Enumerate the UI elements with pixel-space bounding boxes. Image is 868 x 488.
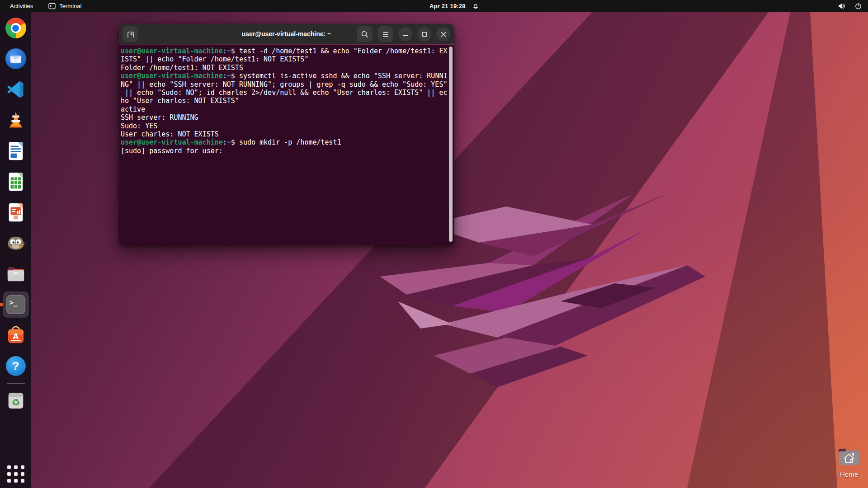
dock-item-ubuntu-software[interactable]: A bbox=[5, 324, 27, 346]
notification-bell-icon bbox=[472, 2, 479, 10]
dock-item-libreoffice-writer[interactable] bbox=[5, 140, 27, 162]
power-icon bbox=[855, 3, 862, 9]
dock-item-vscode[interactable] bbox=[5, 79, 27, 100]
vscode-icon bbox=[5, 79, 26, 100]
dock-item-gimp[interactable] bbox=[5, 232, 27, 254]
dock-item-libreoffice-impress[interactable] bbox=[5, 202, 27, 223]
libreoffice-impress-icon bbox=[5, 202, 26, 223]
dock-item-help[interactable]: ? bbox=[5, 355, 27, 377]
close-icon bbox=[441, 32, 446, 37]
maximize-icon bbox=[422, 32, 427, 37]
top-bar: Activities Terminal Apr 21 19:28 bbox=[0, 0, 868, 12]
close-button[interactable] bbox=[436, 27, 450, 41]
terminal-window: user@user-virtual-machine: ~ bbox=[119, 24, 454, 245]
new-tab-button[interactable] bbox=[123, 26, 138, 42]
focused-app-menu[interactable]: Terminal bbox=[48, 3, 81, 9]
home-folder-icon bbox=[836, 445, 862, 467]
files-icon bbox=[5, 263, 26, 284]
dock-item-vlc[interactable] bbox=[5, 109, 27, 131]
activities-button[interactable]: Activities bbox=[10, 3, 33, 9]
terminal-icon: >_ bbox=[6, 295, 25, 314]
maximize-button[interactable] bbox=[417, 27, 431, 41]
dock-item-thunderbird[interactable] bbox=[5, 48, 27, 70]
gimp-icon bbox=[5, 233, 26, 253]
clock-menu[interactable]: Apr 21 19:28 bbox=[429, 0, 479, 12]
new-tab-icon bbox=[126, 30, 135, 39]
terminal-output[interactable]: user@user-virtual-machine:~$ test -d /ho… bbox=[119, 45, 454, 245]
search-button[interactable] bbox=[357, 26, 373, 42]
svg-text:A: A bbox=[13, 332, 19, 341]
terminal-titlebar[interactable]: user@user-virtual-machine: ~ bbox=[119, 24, 454, 44]
clock-label: Apr 21 19:28 bbox=[429, 3, 466, 9]
libreoffice-writer-icon bbox=[5, 141, 26, 161]
terminal-mini-icon bbox=[48, 3, 56, 9]
dock-divider bbox=[7, 383, 25, 384]
dock-item-libreoffice-calc[interactable] bbox=[5, 171, 27, 192]
show-applications-button[interactable] bbox=[7, 465, 24, 483]
trash-icon: ♻ bbox=[5, 390, 26, 411]
focused-app-label: Terminal bbox=[59, 3, 81, 9]
dock-item-chrome[interactable] bbox=[5, 17, 27, 39]
terminal-scrollbar[interactable] bbox=[449, 47, 453, 242]
ubuntu-software-icon: A bbox=[5, 325, 26, 346]
chrome-icon bbox=[5, 18, 26, 38]
vlc-icon bbox=[5, 110, 26, 131]
dock-item-terminal[interactable]: >_ bbox=[5, 294, 27, 315]
system-status-area[interactable] bbox=[838, 0, 862, 12]
dock: >_ A ? ♻ bbox=[0, 12, 31, 488]
help-icon: ? bbox=[6, 356, 26, 376]
home-label: Home bbox=[833, 470, 865, 478]
minimize-icon bbox=[403, 32, 408, 37]
menu-button[interactable] bbox=[377, 26, 393, 42]
desktop-home-shortcut[interactable]: Home bbox=[833, 445, 865, 478]
dock-item-trash[interactable]: ♻ bbox=[5, 390, 27, 412]
dock-item-files[interactable] bbox=[5, 263, 27, 285]
volume-icon bbox=[838, 3, 846, 9]
svg-text:♻: ♻ bbox=[11, 397, 20, 408]
minimize-button[interactable] bbox=[398, 27, 412, 41]
libreoffice-calc-icon bbox=[5, 171, 26, 192]
hamburger-menu-icon bbox=[382, 31, 389, 38]
thunderbird-icon bbox=[5, 48, 26, 69]
search-icon bbox=[361, 30, 369, 38]
